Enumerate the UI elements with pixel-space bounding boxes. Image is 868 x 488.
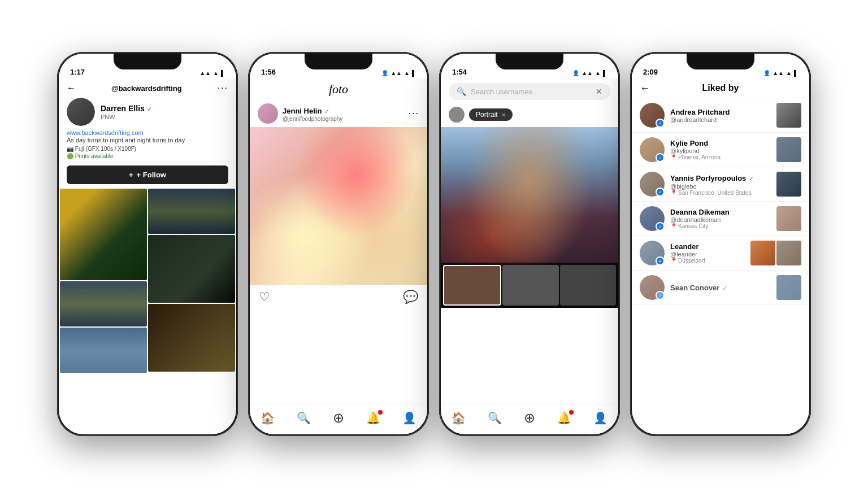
menu-dots[interactable]: ··· — [218, 83, 228, 93]
liked-name-1: Andrea Pritchard — [670, 108, 771, 116]
nav-add[interactable]: ⊕ — [333, 410, 344, 426]
poster-info: Jenni Helin ✓ @jennifoodphotography — [258, 103, 342, 124]
location-pin-4: 📍 — [670, 223, 677, 229]
like-icon[interactable]: ♡ — [259, 290, 270, 304]
battery-icon-3: ▌ — [603, 70, 607, 76]
liked-item-1[interactable]: ✓ Andrea Pritchard @andrearitchard — [632, 98, 809, 133]
time-1: 1:17 — [70, 68, 85, 76]
nav-notifications-3[interactable]: 🔔 — [557, 411, 571, 425]
liked-info-4: Deanna Dikeman @deannadikeman 📍 Kansas C… — [670, 208, 771, 229]
nav-search-3[interactable]: 🔍 — [488, 411, 502, 425]
filter-chip-remove[interactable]: ✕ — [501, 112, 506, 118]
liked-location-4: 📍 Kansas City — [670, 223, 771, 229]
person-icon: 👤 — [381, 70, 388, 76]
post-image[interactable] — [250, 127, 427, 285]
phone-feed: 1:56 👤 ▲▲ ▲ ▌ foto Jen — [248, 52, 429, 436]
poster-name: Jenni Helin — [283, 107, 322, 115]
post-menu-dots[interactable]: ··· — [409, 108, 419, 119]
profile-username: @backwardsdrifting — [111, 84, 182, 93]
status-icons-3: 👤 ▲▲ ▲ ▌ — [572, 70, 607, 76]
thumb-2[interactable] — [502, 265, 558, 306]
liked-info-6: Sean Conover ✓ — [670, 282, 771, 293]
portrait-image[interactable] — [441, 127, 618, 308]
nav-home-3[interactable]: 🏠 — [452, 411, 466, 425]
notch3 — [496, 54, 563, 69]
liked-handle-2: @kylipond — [670, 147, 771, 154]
liked-item-2[interactable]: ✓ Kylie Pond @kylipond 📍 Phoenix, Arizon… — [632, 133, 809, 167]
showcase: 1:17 ▲▲ ▲ ▌ ← @backwardsdrifting ··· — [40, 29, 828, 459]
phone2-content: foto Jenni Helin ✓ @jennifoodphotography — [250, 79, 427, 434]
follow-plus-icon: + — [129, 171, 133, 179]
filter-row: Portrait ✕ — [441, 104, 618, 127]
nav-notifications[interactable]: 🔔 — [366, 411, 380, 425]
liked-info-3: Yannis Porfyropoulos ✓ @biglebo 📍 San Fr… — [670, 173, 771, 196]
follow-button[interactable]: + + Follow — [67, 165, 228, 184]
liked-item-4[interactable]: ✓ Deanna Dikeman @deannadikeman 📍 Kansas… — [632, 202, 809, 236]
liked-thumb-6 — [776, 275, 801, 300]
profile-bio: As day turns to night and night turns to… — [67, 136, 228, 145]
thumb-3[interactable] — [560, 265, 616, 306]
wifi-icon-2: ▲ — [404, 70, 410, 76]
status-icons-2: 👤 ▲▲ ▲ ▌ — [381, 70, 416, 76]
plus-badge-5: + — [656, 256, 665, 265]
liked-name-5: Leander — [670, 242, 745, 251]
time-4: 2:09 — [643, 68, 658, 76]
grid-image-2[interactable] — [148, 189, 235, 234]
nav-add-3[interactable]: ⊕ — [524, 410, 535, 426]
liked-avatar-4: ✓ — [640, 206, 665, 231]
liked-handle-3: @biglebo — [670, 183, 771, 190]
grid-col-left — [60, 189, 147, 373]
nav-profile-3[interactable]: 👤 — [593, 411, 607, 425]
close-search-icon[interactable]: ✕ — [596, 87, 602, 96]
liked-thumb-4 — [776, 206, 801, 231]
battery-icon-4: ▌ — [794, 70, 798, 76]
nav-search[interactable]: 🔍 — [297, 411, 311, 425]
grid-image-5[interactable] — [60, 328, 147, 373]
wifi-icon-4: ▲ — [786, 70, 792, 76]
liked-thumb-5b — [776, 241, 801, 265]
liked-item-3[interactable]: ✓ Yannis Porfyropoulos ✓ @biglebo 📍 San … — [632, 167, 809, 202]
back-button[interactable]: ← — [67, 83, 76, 93]
liked-item-6[interactable]: ✓ Sean Conover ✓ — [632, 271, 809, 305]
post-header: Jenni Helin ✓ @jennifoodphotography ··· — [250, 100, 427, 127]
profile-link[interactable]: www.backwardsdrifting.com — [67, 129, 228, 136]
liked-location-3: 📍 San Francisco, United States — [670, 190, 771, 196]
liked-avatar-3: ✓ — [640, 172, 665, 197]
liked-info-2: Kylie Pond @kylipond 📍 Phoenix, Arizona — [670, 139, 771, 160]
check-badge-1: ✓ — [656, 119, 665, 128]
portrait-filter-chip[interactable]: Portrait ✕ — [469, 108, 513, 121]
grid-image-1[interactable] — [60, 189, 147, 280]
liked-name-row-6: Sean Conover ✓ — [670, 282, 771, 293]
thumb-1[interactable] — [443, 265, 501, 306]
thumbnail-strip — [441, 263, 618, 308]
search-bar[interactable]: 🔍 Search usernames ✕ — [449, 83, 610, 100]
app-logo: foto — [329, 82, 348, 97]
liked-name-3: Yannis Porfyropoulos — [670, 174, 746, 182]
grid-image-3[interactable] — [60, 281, 147, 326]
liked-item-5[interactable]: + Leander @leander 📍 Düsseldorf — [632, 236, 809, 271]
follow-label: + Follow — [137, 171, 166, 179]
feed-topbar: foto — [250, 79, 427, 100]
notch1 — [114, 54, 181, 69]
phone2-screen: 1:56 👤 ▲▲ ▲ ▌ foto Jen — [250, 54, 427, 434]
liked-avatar-1: ✓ — [640, 103, 665, 128]
liked-avatar-5: + — [640, 241, 665, 265]
person-icon-4: 👤 — [763, 70, 770, 76]
grid-col-right — [148, 189, 235, 373]
liked-back-button[interactable]: ← — [640, 82, 650, 94]
nav-home[interactable]: 🏠 — [261, 411, 275, 425]
grid-image-4[interactable] — [148, 235, 235, 303]
poster-verified: ✓ — [324, 108, 329, 115]
comment-icon[interactable]: 💬 — [403, 290, 418, 304]
nav-profile[interactable]: 👤 — [402, 411, 416, 425]
signal-icon: ▲▲ — [199, 70, 211, 76]
status-icons-1: ▲▲ ▲ ▌ — [199, 70, 225, 76]
verified-3: ✓ — [749, 175, 754, 182]
phone-likedby: 2:09 👤 ▲▲ ▲ ▌ ← Liked by ✓ — [630, 52, 811, 436]
signal-icon-4: ▲▲ — [772, 70, 784, 76]
grid-image-6[interactable] — [148, 304, 235, 372]
poster-details: Jenni Helin ✓ @jennifoodphotography — [283, 106, 342, 122]
liked-by-header: ← Liked by — [632, 79, 809, 98]
post-actions: ♡ 💬 — [250, 285, 427, 309]
status-icons-4: 👤 ▲▲ ▲ ▌ — [763, 70, 798, 76]
